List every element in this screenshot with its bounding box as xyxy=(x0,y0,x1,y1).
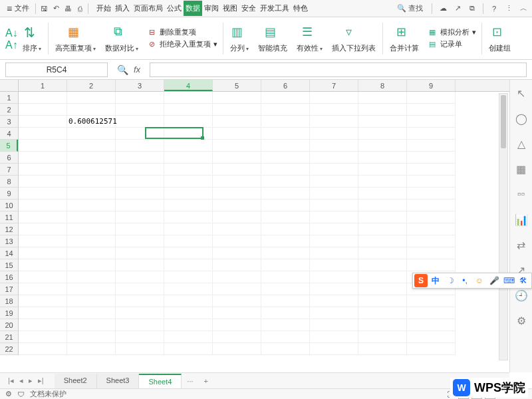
row-header[interactable]: 10 xyxy=(0,200,18,211)
row-header[interactable]: 22 xyxy=(0,343,18,355)
ime-keyboard-icon[interactable]: ⌨ xyxy=(502,274,515,287)
cell[interactable] xyxy=(310,92,358,104)
cell[interactable] xyxy=(19,271,67,283)
cell[interactable] xyxy=(407,128,456,140)
cell[interactable] xyxy=(67,271,116,283)
cell[interactable] xyxy=(213,343,261,355)
cell[interactable] xyxy=(19,343,67,355)
sheet-tab-sheet2[interactable]: Sheet2 xyxy=(55,374,97,388)
cell[interactable] xyxy=(310,235,358,247)
cell[interactable] xyxy=(164,164,213,176)
ime-mic-icon[interactable]: 🎤 xyxy=(487,274,501,287)
cell[interactable] xyxy=(116,223,164,235)
ime-lang-icon[interactable]: 中 xyxy=(429,274,442,287)
cell[interactable] xyxy=(67,211,116,223)
tab-review[interactable]: 审阅 xyxy=(202,1,221,16)
cell[interactable] xyxy=(67,223,116,235)
cell[interactable] xyxy=(213,235,261,247)
cell[interactable] xyxy=(213,188,261,200)
cell[interactable] xyxy=(310,343,358,355)
collapse-ribbon-icon[interactable]: ︿ xyxy=(517,3,529,15)
cell[interactable] xyxy=(310,331,358,343)
cell[interactable] xyxy=(407,343,456,355)
cell[interactable] xyxy=(116,200,164,211)
cell[interactable] xyxy=(358,128,407,140)
window-icon[interactable]: ⧉ xyxy=(466,3,478,15)
cell[interactable] xyxy=(116,235,164,247)
settings-gear-icon[interactable]: ⚙ xyxy=(5,390,12,398)
tab-insert[interactable]: 插入 xyxy=(113,1,132,16)
cell[interactable] xyxy=(67,307,116,319)
cell[interactable] xyxy=(213,331,261,343)
row-header[interactable]: 21 xyxy=(0,331,18,343)
cell[interactable] xyxy=(116,140,164,152)
cell[interactable] xyxy=(19,152,67,164)
cell[interactable] xyxy=(310,283,358,295)
cell[interactable] xyxy=(164,271,213,283)
cell[interactable] xyxy=(310,319,358,331)
row-header[interactable]: 4 xyxy=(0,128,18,140)
cell[interactable] xyxy=(213,259,261,271)
cell[interactable] xyxy=(116,176,164,188)
column-header[interactable]: 2 xyxy=(67,80,116,91)
file-menu[interactable]: ≡ 文件 xyxy=(3,3,33,14)
cell[interactable] xyxy=(310,128,358,140)
cell[interactable] xyxy=(310,247,358,259)
cell[interactable] xyxy=(67,188,116,200)
tab-start[interactable]: 开始 xyxy=(94,1,113,16)
fx-search-icon[interactable]: 🔍 xyxy=(117,65,128,75)
cursor-icon[interactable]: ↖ xyxy=(515,86,528,100)
sort-asc-desc[interactable]: A↓ A↑ xyxy=(4,27,17,50)
row-header[interactable]: 9 xyxy=(0,188,18,200)
cell[interactable] xyxy=(358,164,407,176)
cell[interactable] xyxy=(310,188,358,200)
cell[interactable] xyxy=(213,140,261,152)
cell[interactable] xyxy=(358,223,407,235)
cell[interactable] xyxy=(164,331,213,343)
cell[interactable] xyxy=(261,92,310,104)
cell[interactable] xyxy=(19,128,67,140)
cell[interactable] xyxy=(358,235,407,247)
reject-duplicates-button[interactable]: ⊘ 拒绝录入重复项▾ xyxy=(146,39,217,50)
cell[interactable] xyxy=(19,92,67,104)
cell[interactable] xyxy=(310,211,358,223)
cell[interactable] xyxy=(116,92,164,104)
cell[interactable] xyxy=(116,211,164,223)
cell[interactable] xyxy=(19,331,67,343)
tab-view[interactable]: 视图 xyxy=(221,1,239,16)
cell[interactable] xyxy=(407,164,456,176)
cell[interactable] xyxy=(116,164,164,176)
row-header[interactable]: 1 xyxy=(0,92,18,104)
cell[interactable] xyxy=(164,116,213,128)
ime-moon-icon[interactable]: ☽ xyxy=(444,274,457,287)
cell[interactable] xyxy=(261,116,310,128)
row-header[interactable]: 7 xyxy=(0,164,18,176)
cell[interactable] xyxy=(261,271,310,283)
text-to-columns-button[interactable]: ▥ 分列▾ xyxy=(226,19,253,58)
cell[interactable] xyxy=(407,235,456,247)
cell[interactable] xyxy=(19,140,67,152)
undo-icon[interactable]: ↶ xyxy=(50,3,62,15)
cell[interactable] xyxy=(358,140,407,152)
consolidate-button[interactable]: ⊞ 合并计算 xyxy=(386,19,423,58)
scrollbar-thumb[interactable] xyxy=(501,95,506,148)
sheet-last-icon[interactable]: ▸| xyxy=(38,376,44,385)
data-compare-button[interactable]: ⧉ 数据对比▾ xyxy=(101,19,142,58)
cell[interactable] xyxy=(358,188,407,200)
cell[interactable] xyxy=(164,176,213,188)
cell[interactable] xyxy=(261,140,310,152)
cell[interactable] xyxy=(358,331,407,343)
history-icon[interactable]: 🕘 xyxy=(515,289,528,302)
cell[interactable]: 0.600612571 xyxy=(67,116,116,128)
fx-label[interactable]: fx xyxy=(134,65,140,74)
cell[interactable] xyxy=(407,307,456,319)
row-header[interactable]: 14 xyxy=(0,247,18,259)
cell[interactable] xyxy=(358,116,407,128)
cell[interactable] xyxy=(19,164,67,176)
cell[interactable] xyxy=(67,235,116,247)
cell[interactable] xyxy=(407,92,456,104)
cell[interactable] xyxy=(213,319,261,331)
cell[interactable] xyxy=(19,259,67,271)
cell[interactable] xyxy=(116,104,164,116)
row-header[interactable]: 17 xyxy=(0,283,18,295)
